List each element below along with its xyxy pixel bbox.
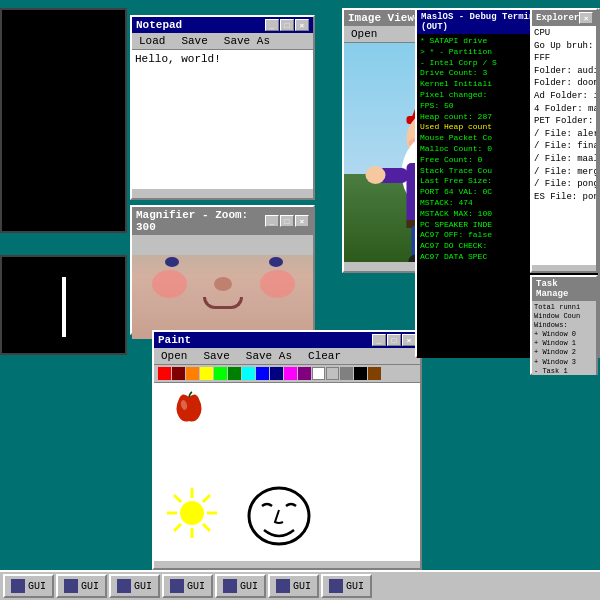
mag-eye-left (165, 257, 179, 267)
paint-clear-menu[interactable]: Clear (305, 349, 344, 363)
notepad-text: Hello, world! (135, 53, 221, 65)
paint-title-buttons: _ □ × (372, 334, 416, 346)
notepad-titlebar[interactable]: Notepad _ □ × (132, 17, 313, 33)
taskbar-label-3: GUI (134, 581, 152, 592)
mag-nose (214, 277, 232, 291)
color-black[interactable] (354, 367, 367, 380)
magnifier-close-btn[interactable]: × (295, 215, 309, 227)
explorer-line: / File: alert. (534, 128, 594, 141)
explorer-line: FFF (534, 52, 594, 65)
explorer-title: Explorer (536, 13, 579, 23)
notepad-saveas-menu[interactable]: Save As (221, 34, 273, 48)
svg-line-29 (174, 524, 181, 531)
taskmanager-titlebar[interactable]: Task Manage (532, 277, 596, 301)
color-lime[interactable] (214, 367, 227, 380)
magnifier-titlebar[interactable]: Magnifier - Zoom: 300 _ □ × (132, 207, 313, 235)
taskbar-btn-1[interactable]: GUI (3, 574, 54, 598)
taskbar-label-4: GUI (187, 581, 205, 592)
taskbar: GUI GUI GUI GUI GUI GUI GUI (0, 570, 600, 600)
taskbar-icon-6 (276, 579, 290, 593)
mag-hair-top (132, 235, 313, 255)
explorer-close-btn[interactable]: × (579, 12, 593, 24)
taskmanager-line: Window Coun (534, 312, 594, 321)
taskmanager-content: Total runniWindow CounWindows:+ Window 0… (532, 301, 596, 375)
explorer-title-buttons: × (579, 12, 593, 24)
explorer-line: Ad Folder: imag (534, 90, 594, 103)
paint-minimize-btn[interactable]: _ (372, 334, 386, 346)
imageviewer-open-menu[interactable]: Open (348, 27, 380, 41)
notepad-content[interactable]: Hello, world! (132, 50, 313, 189)
paint-colorpalette (154, 365, 420, 383)
explorer-line: Go Up bruh: (534, 40, 594, 53)
color-silver[interactable] (326, 367, 339, 380)
paint-close-btn[interactable]: × (402, 334, 416, 346)
paint-open-menu[interactable]: Open (158, 349, 190, 363)
taskbar-btn-6[interactable]: GUI (268, 574, 319, 598)
explorer-line: 4 Folder: maab (534, 103, 594, 116)
notepad-menubar: Load Save Save As (132, 33, 313, 50)
magnifier-window: Magnifier - Zoom: 300 _ □ × (130, 205, 315, 335)
mag-cheek-left (152, 270, 187, 298)
taskbar-btn-3[interactable]: GUI (109, 574, 160, 598)
color-purple[interactable] (298, 367, 311, 380)
taskbar-btn-4[interactable]: GUI (162, 574, 213, 598)
black-screen-bottom (0, 255, 127, 355)
notepad-load-menu[interactable]: Load (136, 34, 168, 48)
paint-save-menu[interactable]: Save (200, 349, 232, 363)
color-gray[interactable] (340, 367, 353, 380)
taskbar-label-6: GUI (293, 581, 311, 592)
color-yellow[interactable] (200, 367, 213, 380)
paint-canvas[interactable] (154, 383, 420, 561)
mag-eye-right (269, 257, 283, 267)
taskbar-icon-7 (329, 579, 343, 593)
notepad-minimize-btn[interactable]: _ (265, 19, 279, 31)
color-white[interactable] (312, 367, 325, 380)
paint-title: Paint (158, 334, 191, 346)
color-cyan[interactable] (242, 367, 255, 380)
magnifier-content (132, 235, 313, 339)
taskbar-label-2: GUI (81, 581, 99, 592)
magnifier-title-buttons: _ □ × (265, 215, 309, 227)
magnifier-maximize-btn[interactable]: □ (280, 215, 294, 227)
color-navy[interactable] (270, 367, 283, 380)
taskbar-btn-7[interactable]: GUI (321, 574, 372, 598)
explorer-line: Folder: doom (534, 77, 594, 90)
explorer-line: Folder: audi (534, 65, 594, 78)
svg-point-30 (180, 501, 204, 525)
taskmanager-line: + Window 3 (534, 358, 594, 367)
paint-saveas-menu[interactable]: Save As (243, 349, 295, 363)
explorer-content: CPUGo Up bruh:FFFFolder: audiFolder: doo… (532, 26, 596, 265)
paint-window: Paint _ □ × Open Save Save As Clear (152, 330, 422, 570)
color-green[interactable] (228, 367, 241, 380)
svg-point-13 (366, 166, 386, 184)
notepad-save-menu[interactable]: Save (178, 34, 210, 48)
color-red[interactable] (158, 367, 171, 380)
taskbar-btn-5[interactable]: GUI (215, 574, 266, 598)
explorer-titlebar[interactable]: Explorer × (532, 10, 596, 26)
color-darkred[interactable] (172, 367, 185, 380)
paint-maximize-btn[interactable]: □ (387, 334, 401, 346)
magnifier-minimize-btn[interactable]: _ (265, 215, 279, 227)
color-brown[interactable] (368, 367, 381, 380)
color-magenta[interactable] (284, 367, 297, 380)
taskbar-icon-2 (64, 579, 78, 593)
color-blue[interactable] (256, 367, 269, 380)
svg-line-28 (203, 495, 210, 502)
desktop: Notepad _ □ × Load Save Save As Hello, w… (0, 0, 600, 570)
magnifier-face (132, 235, 313, 339)
paint-face-svg (242, 484, 317, 549)
explorer-line: / File: pong f (534, 178, 594, 191)
paint-titlebar[interactable]: Paint _ □ × (154, 332, 420, 348)
taskmanager-title: Task Manage (536, 279, 592, 299)
notepad-title-buttons: _ □ × (265, 19, 309, 31)
taskmanager-line: + Window 0 (534, 330, 594, 339)
taskbar-label-7: GUI (346, 581, 364, 592)
notepad-close-btn[interactable]: × (295, 19, 309, 31)
notepad-maximize-btn[interactable]: □ (280, 19, 294, 31)
explorer-line: ES File: pong.m (534, 191, 594, 204)
taskmanager-line: Total runni (534, 303, 594, 312)
color-orange[interactable] (186, 367, 199, 380)
explorer-line: CPU (534, 27, 594, 40)
taskbar-btn-2[interactable]: GUI (56, 574, 107, 598)
notepad-window: Notepad _ □ × Load Save Save As Hello, w… (130, 15, 315, 200)
